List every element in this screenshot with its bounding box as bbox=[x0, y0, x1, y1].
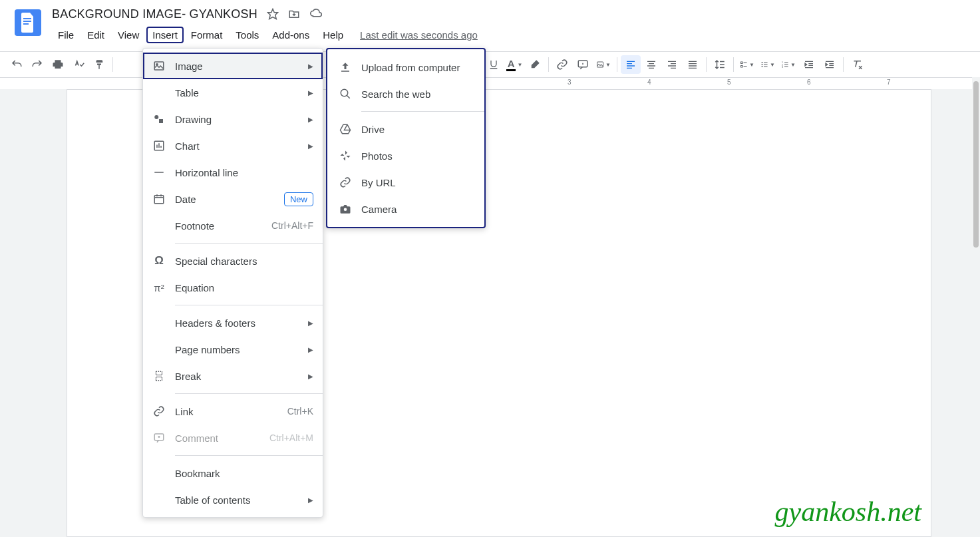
numbered-list-button[interactable]: 123▼ bbox=[778, 55, 798, 74]
separator bbox=[175, 305, 323, 305]
align-justify-button[interactable] bbox=[683, 55, 703, 74]
break-icon bbox=[152, 369, 166, 383]
image-button[interactable]: ▼ bbox=[593, 55, 613, 74]
insert-special[interactable]: Ω Special characters bbox=[143, 248, 323, 274]
ruler-tick: 6 bbox=[807, 79, 811, 86]
label: By URL bbox=[361, 177, 396, 188]
drive-option[interactable]: Drive bbox=[327, 116, 485, 142]
drive-icon bbox=[339, 122, 352, 136]
insert-comment[interactable]: Comment Ctrl+Alt+M bbox=[143, 425, 323, 451]
chevron-right-icon: ▶ bbox=[308, 63, 313, 70]
insert-break[interactable]: Break ▶ bbox=[143, 363, 323, 389]
bullet-list-button[interactable]: ▼ bbox=[758, 55, 778, 74]
label: Break bbox=[175, 371, 308, 382]
watermark: gyankosh.net bbox=[775, 496, 921, 528]
underline-button[interactable] bbox=[484, 55, 504, 74]
menu-edit[interactable]: Edit bbox=[81, 27, 110, 43]
search-icon bbox=[339, 87, 352, 100]
label: Equation bbox=[175, 282, 313, 293]
chevron-right-icon: ▶ bbox=[308, 319, 313, 327]
photos-option[interactable]: Photos bbox=[327, 142, 485, 169]
last-edit-link[interactable]: Last edit was seconds ago bbox=[360, 29, 478, 41]
line-spacing-button[interactable] bbox=[710, 55, 730, 74]
label: Camera bbox=[361, 204, 397, 215]
camera-option[interactable]: Camera bbox=[327, 196, 485, 222]
svg-point-23 bbox=[344, 208, 347, 212]
search-the-web[interactable]: Search the web bbox=[327, 81, 485, 107]
separator bbox=[175, 243, 323, 244]
svg-text:1: 1 bbox=[782, 61, 783, 64]
app-logo[interactable] bbox=[15, 9, 41, 36]
insert-link[interactable]: Link Ctrl+K bbox=[143, 398, 323, 425]
svg-rect-2 bbox=[23, 23, 29, 25]
insert-pagenum[interactable]: Page numbers ▶ bbox=[143, 336, 323, 363]
document-title[interactable]: BACKGROUND IMAGE- GYANKOSH bbox=[52, 7, 257, 21]
insert-bookmark[interactable]: Bookmark bbox=[143, 460, 323, 486]
insert-hline[interactable]: Horizontal line bbox=[143, 159, 323, 186]
drawing-icon bbox=[152, 112, 166, 126]
comment-button[interactable] bbox=[573, 55, 593, 74]
insert-drawing[interactable]: Drawing ▶ bbox=[143, 106, 323, 132]
align-left-button[interactable] bbox=[621, 55, 641, 74]
image-submenu: Upload from computer Search the web Driv… bbox=[326, 48, 486, 228]
insert-footnote[interactable]: Footnote Ctrl+Alt+F bbox=[143, 212, 323, 239]
label: Date bbox=[175, 194, 284, 205]
scrollbar[interactable] bbox=[972, 77, 980, 537]
menu-view[interactable]: View bbox=[112, 27, 145, 43]
redo-button[interactable] bbox=[27, 55, 47, 74]
cloud-icon[interactable] bbox=[309, 8, 323, 20]
checklist-button[interactable]: ▼ bbox=[737, 55, 757, 74]
insert-table[interactable]: Table ▶ bbox=[143, 79, 323, 106]
upload-from-computer[interactable]: Upload from computer bbox=[327, 54, 485, 81]
svg-point-17 bbox=[154, 115, 158, 119]
chevron-right-icon: ▶ bbox=[308, 373, 313, 380]
menu-format[interactable]: Format bbox=[185, 27, 229, 43]
clear-formatting-button[interactable] bbox=[847, 55, 867, 74]
shortcut: Ctrl+Alt+M bbox=[269, 433, 313, 443]
label: Horizontal line bbox=[175, 167, 313, 178]
svg-text:3: 3 bbox=[782, 66, 783, 69]
paint-format-button[interactable] bbox=[89, 55, 109, 74]
hline-icon bbox=[152, 166, 166, 179]
label: Bookmark bbox=[175, 468, 313, 479]
menu-insert[interactable]: Insert bbox=[146, 27, 184, 43]
print-button[interactable] bbox=[48, 55, 68, 74]
align-center-button[interactable] bbox=[641, 55, 661, 74]
text-color-button[interactable]: A▼ bbox=[504, 55, 524, 74]
label: Image bbox=[175, 61, 308, 72]
svg-rect-7 bbox=[741, 66, 743, 68]
svg-marker-3 bbox=[267, 9, 277, 19]
menu-addons[interactable]: Add-ons bbox=[266, 27, 315, 43]
menu-file[interactable]: File bbox=[52, 27, 80, 43]
insert-image[interactable]: Image ▶ bbox=[143, 53, 323, 79]
svg-rect-6 bbox=[741, 62, 743, 64]
shortcut: Ctrl+K bbox=[287, 406, 313, 417]
scroll-thumb[interactable] bbox=[973, 81, 979, 248]
align-right-button[interactable] bbox=[662, 55, 682, 74]
move-icon[interactable] bbox=[288, 8, 300, 20]
star-icon[interactable] bbox=[267, 8, 279, 20]
insert-chart[interactable]: Chart ▶ bbox=[143, 132, 323, 159]
indent-increase-button[interactable] bbox=[820, 55, 840, 74]
insert-headers[interactable]: Headers & footers ▶ bbox=[143, 309, 323, 336]
insert-toc[interactable]: Table of contents ▶ bbox=[143, 486, 323, 513]
highlight-button[interactable] bbox=[525, 55, 545, 74]
spellcheck-button[interactable] bbox=[69, 55, 88, 74]
separator bbox=[843, 57, 844, 72]
undo-button[interactable] bbox=[7, 55, 27, 74]
chevron-right-icon: ▶ bbox=[308, 116, 313, 123]
indent-decrease-button[interactable] bbox=[799, 55, 819, 74]
chart-icon bbox=[152, 139, 166, 152]
link-icon bbox=[339, 176, 352, 189]
link-button[interactable] bbox=[552, 55, 572, 74]
menu-tools[interactable]: Tools bbox=[230, 27, 265, 43]
label: Chart bbox=[175, 140, 308, 152]
menu-help[interactable]: Help bbox=[317, 27, 349, 43]
omega-icon: Ω bbox=[152, 254, 166, 268]
insert-date[interactable]: Date New bbox=[143, 186, 323, 212]
by-url-option[interactable]: By URL bbox=[327, 169, 485, 196]
upload-icon bbox=[339, 61, 352, 74]
chevron-right-icon: ▶ bbox=[308, 89, 313, 96]
label: Upload from computer bbox=[361, 62, 460, 73]
insert-equation[interactable]: π² Equation bbox=[143, 274, 323, 301]
